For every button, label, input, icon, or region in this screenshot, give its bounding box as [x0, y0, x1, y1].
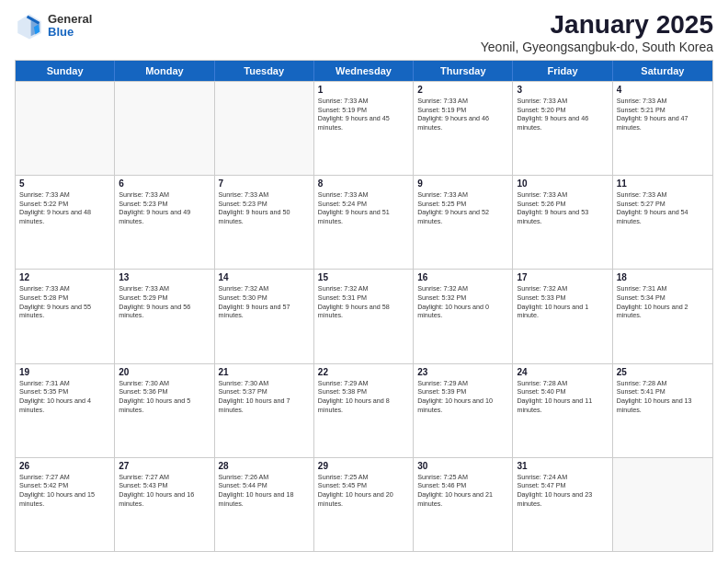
day-number: 26 [19, 461, 110, 471]
day-cell-26: 26Sunrise: 7:27 AM Sunset: 5:42 PM Dayli… [16, 458, 115, 551]
day-number: 28 [219, 461, 310, 471]
day-cell-1: 1Sunrise: 7:33 AM Sunset: 5:19 PM Daylig… [314, 82, 414, 175]
empty-cell [613, 458, 712, 551]
day-number: 1 [318, 85, 409, 95]
cell-info: Sunrise: 7:33 AM Sunset: 5:23 PM Dayligh… [119, 190, 210, 226]
cell-info: Sunrise: 7:29 AM Sunset: 5:38 PM Dayligh… [318, 379, 409, 415]
week-row-5: 26Sunrise: 7:27 AM Sunset: 5:42 PM Dayli… [16, 457, 712, 551]
day-cell-17: 17Sunrise: 7:32 AM Sunset: 5:33 PM Dayli… [513, 270, 612, 362]
cell-info: Sunrise: 7:32 AM Sunset: 5:32 PM Dayligh… [417, 284, 508, 320]
cell-info: Sunrise: 7:33 AM Sunset: 5:23 PM Dayligh… [219, 190, 310, 226]
day-cell-15: 15Sunrise: 7:32 AM Sunset: 5:31 PM Dayli… [314, 270, 414, 362]
cell-info: Sunrise: 7:33 AM Sunset: 5:20 PM Dayligh… [517, 97, 608, 132]
day-cell-18: 18Sunrise: 7:31 AM Sunset: 5:34 PM Dayli… [613, 270, 712, 362]
header-day-saturday: Saturday [613, 61, 712, 81]
cell-info: Sunrise: 7:29 AM Sunset: 5:39 PM Dayligh… [417, 379, 508, 415]
logo-text: General Blue [48, 13, 92, 40]
day-cell-14: 14Sunrise: 7:32 AM Sunset: 5:30 PM Dayli… [215, 270, 314, 362]
day-number: 17 [517, 272, 608, 282]
day-cell-12: 12Sunrise: 7:33 AM Sunset: 5:28 PM Dayli… [16, 270, 115, 362]
header-day-sunday: Sunday [16, 61, 115, 81]
day-cell-28: 28Sunrise: 7:26 AM Sunset: 5:44 PM Dayli… [215, 458, 314, 551]
header-day-thursday: Thursday [414, 61, 513, 81]
day-number: 3 [517, 85, 608, 95]
cell-info: Sunrise: 7:25 AM Sunset: 5:46 PM Dayligh… [417, 473, 508, 509]
day-number: 13 [119, 272, 210, 282]
day-number: 27 [119, 461, 210, 471]
day-number: 18 [617, 272, 709, 282]
cell-info: Sunrise: 7:30 AM Sunset: 5:36 PM Dayligh… [119, 379, 210, 415]
day-cell-11: 11Sunrise: 7:33 AM Sunset: 5:27 PM Dayli… [613, 176, 712, 269]
week-row-2: 5Sunrise: 7:33 AM Sunset: 5:22 PM Daylig… [16, 175, 712, 269]
day-number: 6 [119, 178, 210, 189]
day-cell-27: 27Sunrise: 7:27 AM Sunset: 5:43 PM Dayli… [115, 458, 214, 551]
day-cell-10: 10Sunrise: 7:33 AM Sunset: 5:26 PM Dayli… [513, 176, 612, 269]
day-cell-16: 16Sunrise: 7:32 AM Sunset: 5:32 PM Dayli… [414, 270, 513, 362]
logo-blue: Blue [48, 26, 92, 39]
day-cell-29: 29Sunrise: 7:25 AM Sunset: 5:45 PM Dayli… [314, 458, 414, 551]
cell-info: Sunrise: 7:32 AM Sunset: 5:30 PM Dayligh… [219, 284, 310, 320]
cell-info: Sunrise: 7:25 AM Sunset: 5:45 PM Dayligh… [318, 473, 409, 509]
day-number: 11 [617, 178, 709, 189]
cell-info: Sunrise: 7:32 AM Sunset: 5:33 PM Dayligh… [517, 284, 608, 320]
day-cell-2: 2Sunrise: 7:33 AM Sunset: 5:19 PM Daylig… [414, 82, 513, 175]
day-number: 25 [617, 367, 709, 377]
cell-info: Sunrise: 7:28 AM Sunset: 5:40 PM Dayligh… [517, 379, 608, 415]
cell-info: Sunrise: 7:26 AM Sunset: 5:44 PM Dayligh… [219, 473, 310, 509]
day-number: 21 [219, 367, 310, 377]
header-day-wednesday: Wednesday [314, 61, 414, 81]
week-row-4: 19Sunrise: 7:31 AM Sunset: 5:35 PM Dayli… [16, 363, 712, 457]
day-cell-20: 20Sunrise: 7:30 AM Sunset: 5:36 PM Dayli… [115, 364, 214, 457]
cell-info: Sunrise: 7:27 AM Sunset: 5:43 PM Dayligh… [119, 473, 210, 509]
page: General Blue January 2025 Yeonil, Gyeong… [0, 0, 728, 563]
cell-info: Sunrise: 7:30 AM Sunset: 5:37 PM Dayligh… [219, 379, 310, 415]
calendar-header-row: SundayMondayTuesdayWednesdayThursdayFrid… [16, 61, 712, 81]
day-number: 23 [417, 367, 508, 377]
day-cell-30: 30Sunrise: 7:25 AM Sunset: 5:46 PM Dayli… [414, 458, 513, 551]
day-cell-31: 31Sunrise: 7:24 AM Sunset: 5:47 PM Dayli… [513, 458, 612, 551]
day-number: 24 [517, 367, 608, 377]
day-number: 10 [517, 178, 608, 189]
cell-info: Sunrise: 7:33 AM Sunset: 5:28 PM Dayligh… [19, 284, 110, 320]
day-cell-13: 13Sunrise: 7:33 AM Sunset: 5:29 PM Dayli… [115, 270, 214, 362]
cell-info: Sunrise: 7:33 AM Sunset: 5:27 PM Dayligh… [617, 190, 709, 226]
day-cell-7: 7Sunrise: 7:33 AM Sunset: 5:23 PM Daylig… [215, 176, 314, 269]
empty-cell [16, 82, 115, 175]
cell-info: Sunrise: 7:27 AM Sunset: 5:42 PM Dayligh… [19, 473, 110, 509]
day-cell-19: 19Sunrise: 7:31 AM Sunset: 5:35 PM Dayli… [16, 364, 115, 457]
day-number: 15 [318, 272, 409, 282]
day-number: 22 [318, 367, 409, 377]
empty-cell [115, 82, 214, 175]
cell-info: Sunrise: 7:24 AM Sunset: 5:47 PM Dayligh… [517, 473, 608, 509]
day-number: 16 [417, 272, 508, 282]
cell-info: Sunrise: 7:33 AM Sunset: 5:21 PM Dayligh… [617, 97, 709, 132]
calendar: SundayMondayTuesdayWednesdayThursdayFrid… [15, 60, 713, 552]
cell-info: Sunrise: 7:33 AM Sunset: 5:22 PM Dayligh… [19, 190, 110, 226]
cell-info: Sunrise: 7:32 AM Sunset: 5:31 PM Dayligh… [318, 284, 409, 320]
day-cell-21: 21Sunrise: 7:30 AM Sunset: 5:37 PM Dayli… [215, 364, 314, 457]
logo-icon [15, 11, 44, 40]
day-cell-3: 3Sunrise: 7:33 AM Sunset: 5:20 PM Daylig… [513, 82, 612, 175]
cell-info: Sunrise: 7:28 AM Sunset: 5:41 PM Dayligh… [617, 379, 709, 415]
week-row-3: 12Sunrise: 7:33 AM Sunset: 5:28 PM Dayli… [16, 269, 712, 362]
cell-info: Sunrise: 7:33 AM Sunset: 5:19 PM Dayligh… [318, 97, 409, 132]
cell-info: Sunrise: 7:31 AM Sunset: 5:34 PM Dayligh… [617, 284, 709, 320]
logo: General Blue [15, 11, 92, 40]
day-number: 30 [417, 461, 508, 471]
day-number: 4 [617, 85, 709, 95]
day-number: 9 [417, 178, 508, 189]
day-number: 19 [19, 367, 110, 377]
calendar-body: 1Sunrise: 7:33 AM Sunset: 5:19 PM Daylig… [16, 81, 712, 551]
day-number: 12 [19, 272, 110, 282]
empty-cell [215, 82, 314, 175]
week-row-1: 1Sunrise: 7:33 AM Sunset: 5:19 PM Daylig… [16, 81, 712, 175]
calendar-subtitle: Yeonil, Gyeongsangbuk-do, South Korea [481, 40, 713, 54]
cell-info: Sunrise: 7:31 AM Sunset: 5:35 PM Dayligh… [19, 379, 110, 415]
header-day-monday: Monday [115, 61, 214, 81]
day-number: 14 [219, 272, 310, 282]
day-cell-6: 6Sunrise: 7:33 AM Sunset: 5:23 PM Daylig… [115, 176, 214, 269]
day-cell-25: 25Sunrise: 7:28 AM Sunset: 5:41 PM Dayli… [613, 364, 712, 457]
day-number: 31 [517, 461, 608, 471]
day-number: 2 [417, 85, 508, 95]
cell-info: Sunrise: 7:33 AM Sunset: 5:26 PM Dayligh… [517, 190, 608, 226]
